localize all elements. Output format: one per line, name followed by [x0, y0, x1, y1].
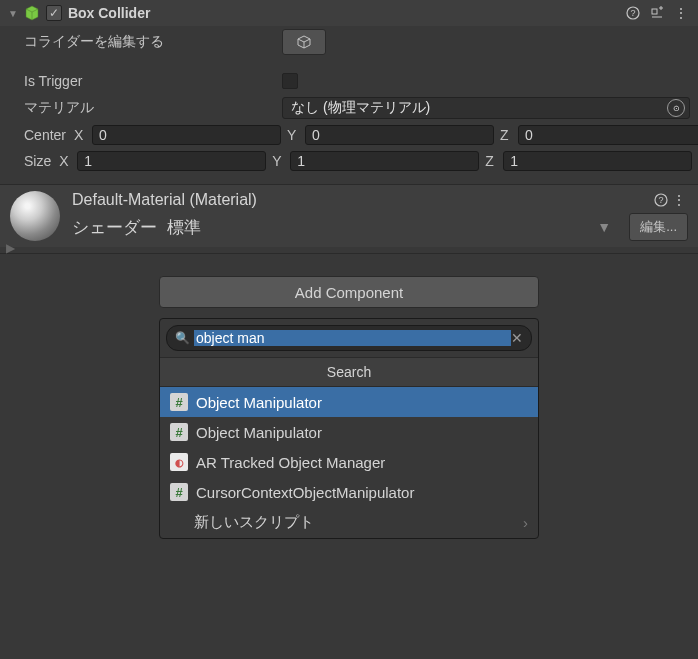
help-icon[interactable]: ? [624, 4, 642, 22]
foldout-icon[interactable]: ▼ [8, 8, 18, 19]
material-preview-sphere [10, 191, 60, 241]
result-label: AR Tracked Object Manager [196, 454, 528, 471]
axis-y2: Y [272, 153, 286, 169]
object-picker-icon[interactable]: ⊙ [667, 99, 685, 117]
material-foldout-icon[interactable]: ▶ [6, 241, 15, 255]
search-result-item[interactable]: #CursorContextObjectManipulator [160, 477, 538, 507]
svg-text:?: ? [658, 195, 663, 205]
axis-z2: Z [485, 153, 499, 169]
search-results: #Object Manipulator#Object Manipulator◐A… [160, 387, 538, 507]
material-label: マテリアル [24, 99, 274, 117]
search-result-item[interactable]: ◐AR Tracked Object Manager [160, 447, 538, 477]
search-result-item[interactable]: #Object Manipulator [160, 417, 538, 447]
new-script-item[interactable]: 新しいスクリプト › [160, 507, 538, 538]
axis-x: X [74, 127, 88, 143]
box-collider-icon [24, 5, 40, 21]
chevron-down-icon: ▼ [597, 219, 611, 235]
preset-icon[interactable] [648, 4, 666, 22]
is-trigger-row: Is Trigger [0, 68, 698, 94]
is-trigger-checkbox[interactable] [282, 73, 298, 89]
center-x-input[interactable] [92, 125, 281, 145]
box-collider-header[interactable]: ▼ ✓ Box Collider ? ⋮ [0, 0, 698, 26]
material-context-icon[interactable]: ⋮ [670, 191, 688, 209]
enable-checkbox[interactable]: ✓ [46, 5, 62, 21]
svg-text:?: ? [630, 8, 635, 18]
result-label: CursorContextObjectManipulator [196, 484, 528, 501]
material-section: Default-Material (Material) ? ⋮ シェーダー 標準… [0, 184, 698, 247]
size-y-input[interactable] [290, 151, 479, 171]
ar-icon: ◐ [170, 453, 188, 471]
popup-title: Search [160, 357, 538, 387]
center-z-input[interactable] [518, 125, 698, 145]
material-title: Default-Material (Material) [72, 191, 652, 209]
script-icon: # [170, 423, 188, 441]
search-icon: 🔍 [175, 331, 190, 345]
svg-rect-2 [652, 9, 657, 14]
axis-z: Z [500, 127, 514, 143]
size-row: Size X Y Z [0, 148, 698, 174]
add-component-area: Add Component 🔍 ✕ Search #Object Manipul… [0, 253, 698, 539]
shader-dropdown[interactable]: 標準 [167, 216, 587, 239]
search-result-item[interactable]: #Object Manipulator [160, 387, 538, 417]
chevron-right-icon: › [523, 514, 528, 531]
size-x-input[interactable] [77, 151, 266, 171]
add-component-button[interactable]: Add Component [159, 276, 539, 308]
search-input[interactable] [194, 330, 511, 346]
physics-material-field[interactable]: なし (物理マテリアル) ⊙ [282, 97, 690, 119]
context-menu-icon[interactable]: ⋮ [672, 4, 690, 22]
script-icon: # [170, 393, 188, 411]
size-z-input[interactable] [503, 151, 692, 171]
edit-collider-row: コライダーを編集する [0, 26, 698, 58]
center-y-input[interactable] [305, 125, 494, 145]
clear-search-icon[interactable]: ✕ [511, 330, 523, 346]
shader-label: シェーダー [72, 216, 157, 239]
search-input-row[interactable]: 🔍 ✕ [166, 325, 532, 351]
axis-x2: X [59, 153, 73, 169]
material-help-icon[interactable]: ? [652, 191, 670, 209]
component-search-popup: 🔍 ✕ Search #Object Manipulator#Object Ma… [159, 318, 539, 539]
result-label: Object Manipulator [196, 424, 528, 441]
result-label: Object Manipulator [196, 394, 528, 411]
is-trigger-label: Is Trigger [24, 73, 274, 89]
edit-collider-button[interactable] [282, 29, 326, 55]
center-row: Center X Y Z [0, 122, 698, 148]
edit-collider-label: コライダーを編集する [24, 33, 274, 51]
size-label: Size [24, 153, 51, 169]
script-icon: # [170, 483, 188, 501]
material-value: なし (物理マテリアル) [291, 99, 430, 117]
component-title: Box Collider [68, 5, 618, 21]
center-label: Center [24, 127, 66, 143]
edit-material-button[interactable]: 編集... [629, 213, 688, 241]
material-row: マテリアル なし (物理マテリアル) ⊙ [0, 94, 698, 122]
axis-y: Y [287, 127, 301, 143]
